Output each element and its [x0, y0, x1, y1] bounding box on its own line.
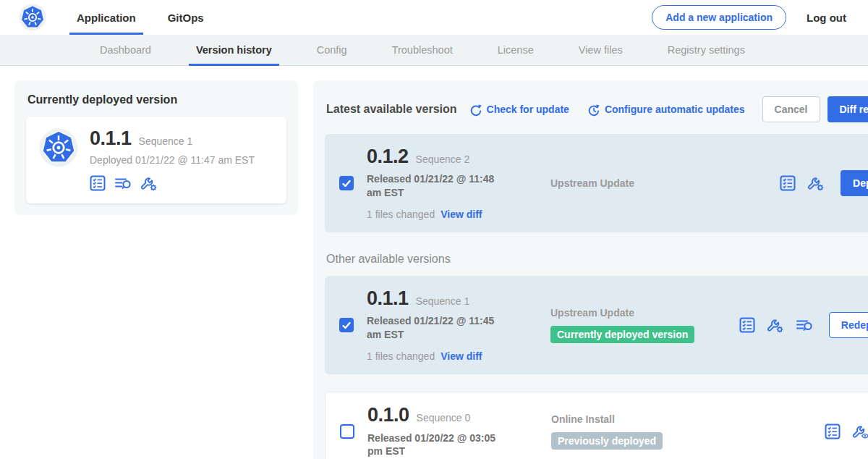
deployed-sequence-label: Sequence 1 — [139, 135, 193, 147]
sequence-label: Sequence 1 — [416, 295, 470, 307]
subnav-item-troubleshoot[interactable]: Troubleshoot — [385, 35, 460, 65]
files-changed-label: 1 files changed — [367, 209, 435, 220]
released-timestamp: Released 01/20/22 @ 03:05 pm EST — [367, 431, 512, 459]
wrench-eye-icon[interactable] — [852, 423, 868, 440]
sequence-label: Sequence 2 — [416, 153, 470, 165]
subnav-item-dashboard[interactable]: Dashboard — [93, 35, 158, 65]
check-icon — [341, 321, 352, 330]
version-checkbox[interactable] — [339, 318, 354, 332]
version-row-0-1-0: 0.1.0 Sequence 0 Released 01/20/22 @ 03:… — [325, 392, 868, 459]
checklist-icon[interactable] — [780, 175, 796, 191]
released-timestamp: Released 01/21/22 @ 11:48 am EST — [367, 172, 511, 200]
diff-releases-button[interactable]: Diff releases — [827, 96, 868, 122]
latest-version-title: Latest available version — [326, 103, 457, 116]
redeploy-button[interactable]: Redeploy — [829, 312, 868, 338]
checklist-icon[interactable] — [739, 317, 755, 333]
check-icon — [341, 179, 352, 188]
previously-deployed-badge: Previously deployed — [551, 432, 663, 450]
text-search-icon[interactable] — [114, 176, 132, 190]
wrench-gear-icon[interactable] — [807, 174, 825, 192]
version-row-0-1-1: 0.1.1 Sequence 1 Released 01/21/22 @ 11:… — [325, 276, 868, 374]
version-source-label: Upstream Update — [550, 177, 780, 189]
kubernetes-logo-icon — [19, 4, 46, 31]
top-bar: Application GitOps Add a new application… — [0, 0, 868, 35]
version-source-label: Online Install — [551, 413, 825, 425]
view-diff-link[interactable]: View diff — [441, 209, 482, 220]
currently-deployed-badge: Currently deployed version — [550, 326, 694, 343]
version-checkbox[interactable] — [339, 176, 354, 190]
configure-automatic-updates-button[interactable]: Configure automatic updates — [587, 103, 745, 117]
cancel-button[interactable]: Cancel — [762, 96, 820, 122]
deployed-timestamp: Deployed 01/21/22 @ 11:47 am EST — [90, 154, 255, 166]
wrench-gear-icon[interactable] — [767, 316, 784, 334]
version-number: 0.1.1 — [367, 288, 409, 308]
tab-application-label: Application — [77, 12, 136, 24]
subnav-item-registry-settings[interactable]: Registry settings — [660, 35, 752, 65]
deployed-version-number: 0.1.1 — [90, 128, 132, 148]
add-application-button[interactable]: Add a new application — [652, 5, 786, 30]
deploy-button[interactable]: Deploy — [841, 170, 868, 196]
view-diff-link[interactable]: View diff — [441, 350, 482, 362]
currently-deployed-card: Currently deployed version 0.1.1 Sequenc… — [14, 80, 298, 215]
currently-deployed-title: Currently deployed version — [27, 93, 285, 106]
logout-button[interactable]: Log out — [807, 12, 846, 24]
version-number: 0.1.0 — [367, 405, 409, 425]
app-kubernetes-icon — [39, 128, 78, 167]
subnav-item-view-files[interactable]: View files — [571, 35, 630, 65]
checklist-icon[interactable] — [825, 424, 841, 439]
scheduled-update-icon — [587, 103, 600, 117]
version-source-label: Upstream Update — [550, 307, 739, 319]
released-timestamp: Released 01/21/22 @ 11:45 am EST — [367, 314, 511, 342]
main-content: Currently deployed version 0.1.1 Sequenc… — [0, 66, 868, 459]
app-subnav: Dashboard Version history Config Trouble… — [0, 35, 868, 66]
version-row-0-1-2: 0.1.2 Sequence 2 Released 01/21/22 @ 11:… — [325, 134, 868, 232]
latest-version-header: Latest available version Check for updat… — [325, 92, 868, 124]
subnav-item-version-history[interactable]: Version history — [189, 35, 279, 65]
checklist-icon[interactable] — [90, 175, 106, 191]
version-history-panel: Latest available version Check for updat… — [313, 80, 868, 459]
tab-application[interactable]: Application — [69, 0, 143, 35]
subnav-item-config[interactable]: Config — [310, 35, 354, 65]
version-number: 0.1.2 — [367, 146, 409, 167]
sequence-label: Sequence 0 — [417, 412, 471, 424]
version-checkbox[interactable] — [340, 424, 354, 439]
other-versions-title: Other available versions — [326, 253, 868, 266]
text-search-icon[interactable] — [796, 318, 813, 332]
subnav-item-license[interactable]: License — [490, 35, 541, 65]
deployed-version-box: 0.1.1 Sequence 1 Deployed 01/21/22 @ 11:… — [26, 117, 286, 203]
tab-gitops-label: GitOps — [168, 12, 204, 24]
wrench-gear-icon[interactable] — [140, 174, 158, 192]
tab-gitops[interactable]: GitOps — [161, 0, 211, 35]
refresh-icon — [469, 103, 482, 117]
files-changed-label: 1 files changed — [367, 350, 435, 362]
check-for-update-button[interactable]: Check for update — [469, 103, 569, 117]
